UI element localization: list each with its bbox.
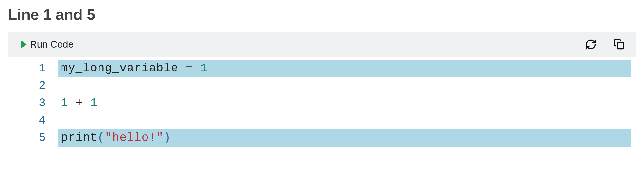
code-line-1: my_long_variable = 1 [58,60,631,77]
svg-rect-0 [617,42,624,49]
code-line-3: 1 + 1 [58,95,636,112]
token-paren: ( [98,131,105,144]
line-number: 1 [8,60,58,77]
code-toolbar: Run Code [8,32,636,57]
line-number: 3 [8,95,58,112]
token-operator: = [178,62,200,75]
line-number: 2 [8,77,58,95]
refresh-button[interactable] [583,37,599,52]
code-line-2 [58,77,636,95]
copy-icon [613,39,625,50]
play-icon [21,41,27,48]
token-operator: + [68,96,90,110]
code-block: Run Code 1 2 3 4 5 my_long_var [8,32,636,149]
line-number-gutter: 1 2 3 4 5 [8,57,58,149]
code-editor[interactable]: 1 2 3 4 5 my_long_variable = 1 1 + 1 pri… [8,57,636,149]
token-string: "hello!" [105,131,164,144]
section-heading: Line 1 and 5 [8,6,644,23]
token-number: 1 [200,62,208,75]
run-code-button[interactable]: Run Code [21,39,73,50]
refresh-icon [585,39,597,50]
token-function: print [61,131,98,144]
run-code-label: Run Code [30,39,73,50]
code-line-4 [58,112,636,129]
line-number: 4 [8,112,58,129]
token-identifier: my_long_variable [61,62,178,75]
token-paren: ) [164,131,171,144]
token-number: 1 [90,96,98,110]
token-number: 1 [61,96,68,110]
code-content: my_long_variable = 1 1 + 1 print("hello!… [58,57,636,149]
copy-button[interactable] [611,37,627,52]
line-number: 5 [8,129,58,147]
code-line-5: print("hello!") [58,129,631,147]
